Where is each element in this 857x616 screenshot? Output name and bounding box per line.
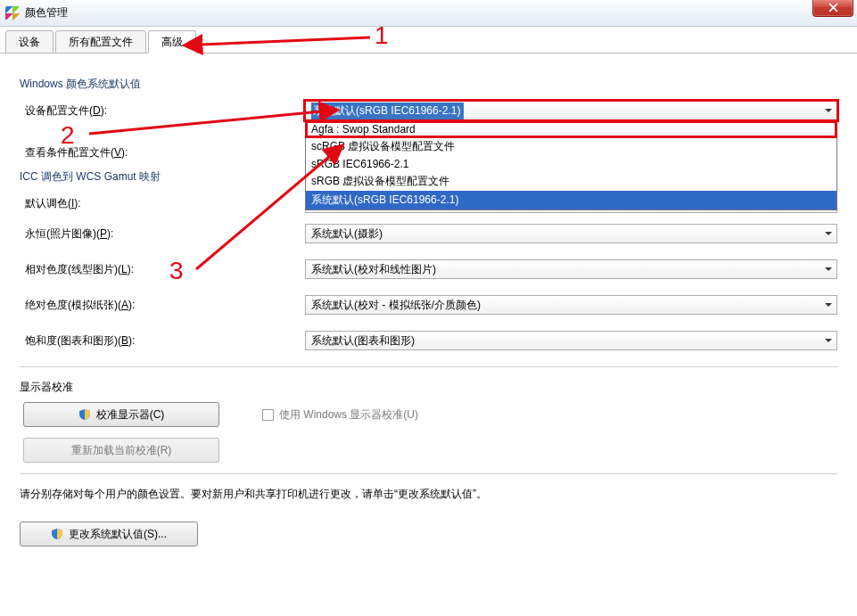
combo-saturation[interactable]: 系统默认(图表和图形) bbox=[305, 331, 837, 350]
row-relative: 相对色度(线型图片)(L): 系统默认(校对和线性图片) bbox=[20, 259, 837, 279]
annotation-2: 2 bbox=[61, 121, 75, 150]
dropdown-option[interactable]: scRGB 虚拟设备模型配置文件 bbox=[306, 137, 836, 156]
annotation-1: 1 bbox=[375, 21, 389, 50]
combo-perceptual[interactable]: 系统默认(摄影) bbox=[305, 224, 837, 243]
row-device-profile: 设备配置文件(D): 系统默认(sRGB IEC61966-2.1) Agfa … bbox=[20, 101, 837, 120]
shield-icon bbox=[78, 408, 91, 421]
tab-advanced[interactable]: 高级 bbox=[148, 30, 196, 53]
app-icon bbox=[5, 6, 20, 21]
use-windows-calibration-checkbox[interactable]: 使用 Windows 显示器校准(U) bbox=[262, 407, 418, 423]
row-absolute: 绝对色度(模拟纸张)(A): 系统默认(校对 - 模拟纸张/介质颜色) bbox=[20, 295, 837, 315]
chevron-down-icon bbox=[820, 102, 836, 119]
chevron-down-icon bbox=[820, 225, 836, 242]
label-saturation: 饱和度(图表和图形)(B): bbox=[20, 333, 305, 349]
row-perceptual: 永恒(照片图像)(P): 系统默认(摄影) bbox=[20, 224, 837, 243]
divider bbox=[20, 366, 837, 367]
label-absolute: 绝对色度(模拟纸张)(A): bbox=[20, 298, 305, 313]
window-title: 颜色管理 bbox=[25, 5, 68, 21]
section-windows-defaults: Windows 颜色系统默认值 bbox=[20, 77, 837, 92]
dropdown-option[interactable]: sRGB IEC61966-2.1 bbox=[306, 156, 836, 172]
section-display-calibration: 显示器校准 bbox=[20, 380, 837, 395]
dropdown-option[interactable]: 系统默认(sRGB IEC61966-2.1) bbox=[306, 191, 836, 209]
tab-strip: 设备 所有配置文件 高级 bbox=[0, 30, 857, 53]
chevron-down-icon bbox=[820, 332, 836, 349]
titlebar: 颜色管理 bbox=[0, 0, 857, 27]
chevron-down-icon bbox=[820, 260, 836, 278]
annotation-3: 3 bbox=[169, 257, 184, 285]
calibrate-display-button[interactable]: 校准显示器(C) bbox=[23, 402, 219, 427]
change-system-defaults-button[interactable]: 更改系统默认值(S)... bbox=[20, 522, 198, 546]
combo-absolute[interactable]: 系统默认(校对 - 模拟纸张/介质颜色) bbox=[305, 295, 837, 315]
combo-relative[interactable]: 系统默认(校对和线性图片) bbox=[305, 259, 837, 279]
label-perceptual: 永恒(照片图像)(P): bbox=[20, 226, 305, 242]
dropdown-device-profile: Agfa : Swop Standard scRGB 虚拟设备模型配置文件 sR… bbox=[305, 120, 837, 210]
label-device-profile: 设备配置文件(D): bbox=[20, 103, 305, 119]
panel-advanced: Windows 颜色系统默认值 设备配置文件(D): 系统默认(sRGB IEC… bbox=[0, 53, 857, 555]
checkbox-icon bbox=[262, 409, 274, 421]
divider bbox=[20, 473, 837, 474]
shield-icon bbox=[51, 528, 63, 540]
label-default-rendering: 默认调色(I): bbox=[20, 196, 305, 211]
row-calibrate: 校准显示器(C) 使用 Windows 显示器校准(U) bbox=[23, 402, 837, 427]
tab-all-profiles[interactable]: 所有配置文件 bbox=[55, 30, 146, 53]
row-reload: 重新加载当前校准(R) bbox=[23, 438, 837, 463]
combo-device-profile[interactable]: 系统默认(sRGB IEC61966-2.1) bbox=[305, 101, 837, 120]
close-button[interactable] bbox=[812, 0, 853, 17]
row-saturation: 饱和度(图表和图形)(B): 系统默认(图表和图形) bbox=[20, 331, 837, 350]
chevron-down-icon bbox=[820, 296, 836, 314]
label-relative: 相对色度(线型图片)(L): bbox=[20, 262, 305, 277]
dropdown-option[interactable]: Agfa : Swop Standard bbox=[306, 121, 836, 137]
tab-devices[interactable]: 设备 bbox=[5, 30, 54, 53]
reload-calibration-button[interactable]: 重新加载当前校准(R) bbox=[23, 438, 219, 463]
close-icon bbox=[828, 3, 838, 12]
note-text: 请分别存储对每个用户的颜色设置。要对新用户和共享打印机进行更改，请单击“更改系统… bbox=[20, 487, 837, 502]
dropdown-option[interactable]: sRGB 虚拟设备模型配置文件 bbox=[306, 172, 836, 191]
